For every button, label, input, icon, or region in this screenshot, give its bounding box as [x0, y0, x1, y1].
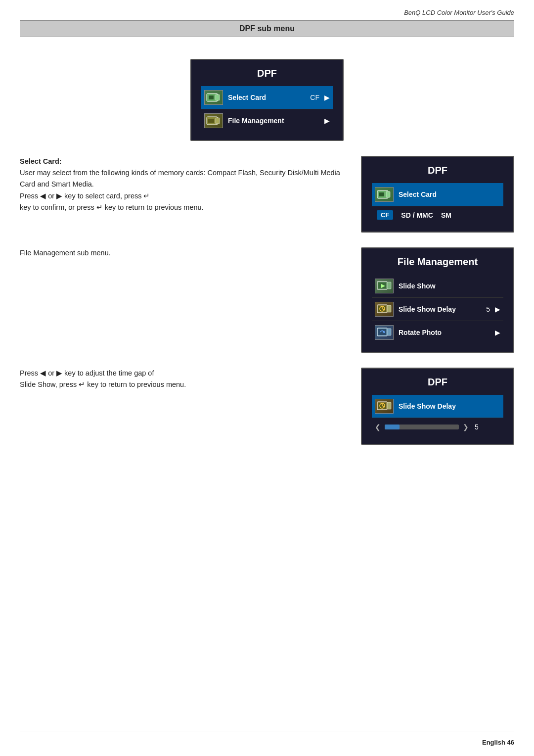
slider-text-1: key to adjust the time gap of: [64, 369, 154, 377]
svg-rect-20: [378, 329, 386, 335]
select-card-body: User may select from the following kinds…: [20, 169, 340, 188]
file-management-row: File Management ▶: [201, 109, 333, 132]
file-management-label: File Management: [228, 117, 314, 125]
slide-show-delay-value: 5: [486, 305, 490, 313]
slider-bar-bg: [385, 425, 459, 429]
bottom-divider: [20, 731, 514, 731]
select-card-panel-label: Select Card: [399, 190, 500, 198]
slider-instruction: Press ◀ or ▶ key to adjust the time gap …: [20, 368, 346, 390]
slide-show-icon: [375, 279, 394, 293]
select-card-panel-col: DPF Select Card CF SD / MMC SM: [361, 156, 514, 233]
svg-rect-28: [387, 402, 391, 409]
section-title-bar: DPF sub menu: [20, 21, 514, 37]
slide-show-delay-panel-row: Slide Show Delay: [372, 395, 503, 418]
top-panel-wrapper: DPF Select Card CF ▶: [20, 59, 514, 141]
select-card-heading: Select Card:: [20, 157, 62, 165]
select-card-description: Select Card: User may select from the fo…: [20, 156, 346, 213]
file-management-icon: [204, 113, 223, 128]
select-card-panel-title: DPF: [372, 165, 503, 176]
select-card-label: Select Card: [228, 94, 305, 101]
page-header: BenQ LCD Color Monitor User's Guide: [0, 0, 534, 20]
svg-rect-18: [387, 305, 391, 312]
rotate-photo-icon: [375, 325, 394, 340]
footer-text: English 46: [482, 739, 514, 746]
slider-right-arrow: ❯: [463, 423, 469, 431]
svg-rect-4: [208, 119, 214, 123]
slide-show-row: Slide Show: [372, 275, 503, 298]
svg-rect-1: [209, 95, 214, 99]
press-label-2: Press: [20, 369, 38, 377]
select-card-instruction: Press ◀ or ▶ key to select card, press ↵…: [20, 192, 204, 211]
slide-show-label: Slide Show: [399, 282, 500, 290]
svg-rect-7: [379, 192, 384, 196]
file-management-arrow: ▶: [324, 117, 330, 125]
or-label-2: or: [48, 369, 54, 377]
select-card-section: Select Card: User may select from the fo…: [20, 156, 514, 233]
rotate-photo-label: Rotate Photo: [399, 329, 490, 336]
cf-option: CF: [377, 210, 393, 220]
file-management-section: File Management sub menu. File Managemen…: [20, 247, 514, 353]
or-label-1: or: [48, 192, 54, 200]
select-card-row: Select Card CF ▶: [201, 86, 333, 109]
slide-show-delay-arrow: ▶: [495, 305, 500, 313]
slider-text-3: key to return to previous menu.: [87, 380, 186, 388]
sd-mmc-option: SD / MMC: [401, 211, 433, 219]
slide-show-delay-row: Slide Show Delay 5 ▶: [372, 298, 503, 321]
header-title: BenQ LCD Color Monitor User's Guide: [404, 9, 514, 16]
select-card-panel: DPF Select Card CF SD / MMC SM: [361, 156, 514, 233]
file-management-panel: File Management Slide Show: [361, 247, 514, 353]
file-management-panel-col: File Management Slide Show: [361, 247, 514, 353]
select-card-value: CF: [310, 94, 319, 101]
svg-rect-12: [387, 282, 391, 289]
slide-show-delay-panel-icon: [375, 399, 394, 414]
dpf-main-title: DPF: [201, 68, 333, 79]
slider-section: Press ◀ or ▶ key to adjust the time gap …: [20, 368, 514, 445]
file-management-panel-title: File Management: [372, 256, 503, 268]
select-card-arrow: ▶: [324, 94, 330, 101]
slide-show-delay-icon: [375, 302, 394, 317]
slider-container: ❮ ❯ 5: [372, 418, 503, 436]
key-to-select: key to select card, press ↵: [64, 192, 150, 200]
section-title: DPF sub menu: [239, 24, 295, 33]
select-card-icon: [204, 90, 223, 105]
slider-panel: DPF Slide Show Delay: [361, 368, 514, 445]
slider-text-2: Slide Show, press: [20, 380, 77, 388]
slider-left-arrow: ❮: [375, 423, 381, 431]
slider-value: 5: [475, 423, 479, 431]
slider-panel-title: DPF: [372, 377, 503, 388]
rotate-photo-arrow: ▶: [495, 329, 500, 336]
main-content: DPF Select Card CF ▶: [0, 37, 534, 465]
key-to-confirm: key to confirm, or press ↵ key to return…: [20, 203, 204, 211]
slider-text-col: Press ◀ or ▶ key to adjust the time gap …: [20, 368, 346, 390]
select-card-panel-icon: [375, 187, 394, 202]
select-card-panel-row: Select Card: [372, 183, 503, 206]
dpf-main-panel: DPF Select Card CF ▶: [190, 59, 344, 141]
slider-panel-col: DPF Slide Show Delay: [361, 368, 514, 445]
rotate-photo-row: Rotate Photo ▶: [372, 321, 503, 344]
select-card-text-col: Select Card: User may select from the fo…: [20, 156, 346, 213]
sm-option: SM: [441, 211, 451, 219]
svg-rect-22: [387, 329, 391, 335]
press-label-1: Press: [20, 192, 38, 200]
svg-rect-8: [386, 191, 390, 197]
card-options-row: CF SD / MMC SM: [372, 206, 503, 224]
slide-show-delay-label: Slide Show Delay: [399, 305, 481, 313]
slider-bar-fill: [385, 425, 400, 429]
svg-rect-5: [216, 118, 220, 124]
slide-show-delay-panel-label: Slide Show Delay: [399, 402, 500, 410]
svg-rect-2: [216, 94, 220, 100]
page-footer: English 46: [482, 739, 514, 746]
file-management-text-col: File Management sub menu.: [20, 247, 346, 259]
file-management-description: File Management sub menu.: [20, 247, 346, 259]
